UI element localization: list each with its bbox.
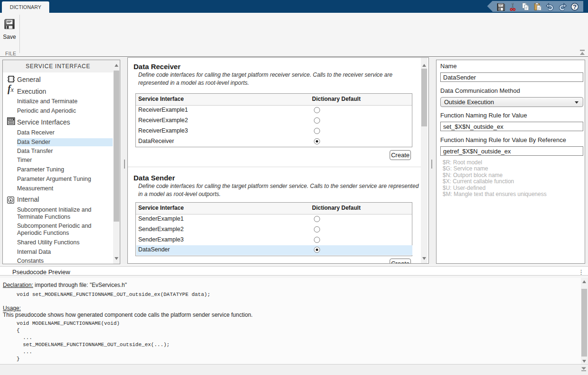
svg-text:?: ? [573,3,577,10]
